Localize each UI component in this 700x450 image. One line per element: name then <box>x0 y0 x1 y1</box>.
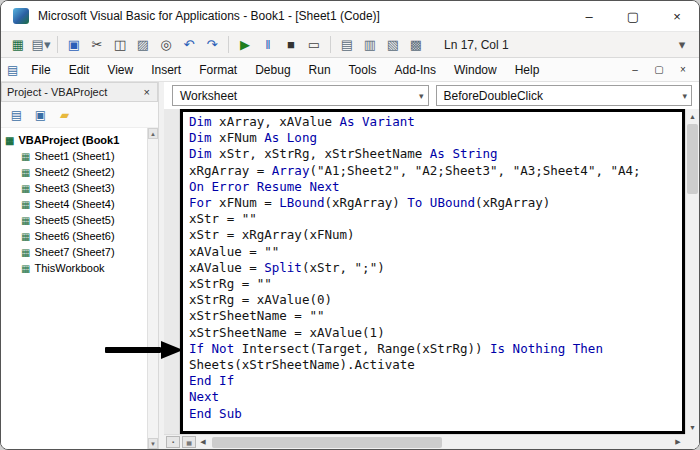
code-line: Dim xStr, xStrRg, xStrSheetName As Strin… <box>189 146 682 162</box>
scroll-up-icon[interactable]: ▲ <box>148 128 158 139</box>
code-line: Next <box>189 389 682 405</box>
menu-item-insert[interactable]: Insert <box>142 60 190 80</box>
child-window-controls: – ▢ × <box>623 60 695 80</box>
project-panel-toolbar: ▤▣▰ <box>1 102 158 128</box>
tree-item-label: ThisWorkbook <box>34 262 104 274</box>
main-area: Project - VBAProject × ▤▣▰ ▦VBAProject (… <box>1 82 699 449</box>
tree-root-item[interactable]: ▦VBAProject (Book1 <box>5 132 146 148</box>
horizontal-scroll-track[interactable] <box>210 435 671 449</box>
menu-item-debug[interactable]: Debug <box>246 60 299 80</box>
toolbar-separator <box>57 36 58 53</box>
insert-userform-icon[interactable]: ▤▾ <box>30 34 52 56</box>
procedure-dropdown-value: BeforeDoubleClick <box>444 89 543 103</box>
menu-item-file[interactable]: File <box>22 60 59 80</box>
horizontal-scroll-thumb[interactable] <box>212 437 442 448</box>
tree-item[interactable]: ▦Sheet1 (Sheet1) <box>5 148 146 164</box>
main-toolbar: ▦▤▾▣✂◫▨◎↶↷▶‖■▭▤▥▧▩ Ln 17, Col 1 ▾ <box>1 31 699 58</box>
menu-item-help[interactable]: Help <box>506 60 549 80</box>
project-panel-close-icon[interactable]: × <box>142 86 152 98</box>
code-line: xStr = "" <box>189 211 682 227</box>
code-line: xStrSheetName = xAValue(1) <box>189 325 682 341</box>
break-icon[interactable]: ‖ <box>257 34 279 56</box>
toolbox-icon[interactable]: ▩ <box>405 34 427 56</box>
maximize-button[interactable]: ▢ <box>611 1 655 31</box>
paste-icon[interactable]: ▨ <box>132 34 154 56</box>
child-restore-button[interactable]: ▢ <box>647 60 671 80</box>
code-region: Dim xArray, xAValue As VariantDim xFNum … <box>164 109 699 449</box>
menu-item-format[interactable]: Format <box>190 60 246 80</box>
reset-icon[interactable]: ■ <box>280 34 302 56</box>
menu-bar-items: FileEditViewInsertFormatDebugRunToolsAdd… <box>22 60 623 80</box>
tree-item[interactable]: ▦Sheet7 (Sheet7) <box>5 244 146 260</box>
menu-item-tools[interactable]: Tools <box>340 60 386 80</box>
full-module-view-button[interactable]: ▦ <box>182 436 196 448</box>
menu-item-window[interactable]: Window <box>445 60 506 80</box>
scroll-right-icon[interactable]: ▶ <box>671 435 685 449</box>
code-line: If Not Intersect(Target, Range(xStrRg)) … <box>189 341 682 357</box>
sheet-icon: ▦ <box>21 183 30 194</box>
cut-icon[interactable]: ✂ <box>86 34 108 56</box>
scroll-down-icon[interactable]: ▼ <box>686 420 699 434</box>
workbook-icon: ▦ <box>21 263 30 274</box>
undo-icon[interactable]: ↶ <box>178 34 200 56</box>
copy-icon[interactable]: ◫ <box>109 34 131 56</box>
design-mode-icon[interactable]: ▭ <box>303 34 325 56</box>
code-line: End If <box>189 373 682 389</box>
tree-item[interactable]: ▦Sheet2 (Sheet2) <box>5 164 146 180</box>
save-icon[interactable]: ▣ <box>63 34 85 56</box>
tree-item[interactable]: ▦Sheet5 (Sheet5) <box>5 212 146 228</box>
menu-item-run[interactable]: Run <box>300 60 340 80</box>
view-object-icon[interactable]: ▣ <box>30 105 51 125</box>
window-title: Microsoft Visual Basic for Applications … <box>38 9 567 23</box>
menu-item-addins[interactable]: Add-Ins <box>386 60 445 80</box>
project-tree-scrollbar[interactable]: ▲ ▼ <box>147 128 158 449</box>
code-margin-indicator-bar[interactable] <box>164 109 180 434</box>
find-icon[interactable]: ◎ <box>155 34 177 56</box>
tree-item-label: Sheet1 (Sheet1) <box>34 150 114 162</box>
tree-item[interactable]: ▦Sheet4 (Sheet4) <box>5 196 146 212</box>
code-editor[interactable]: Dim xArray, xAValue As VariantDim xFNum … <box>180 109 685 434</box>
code-line: xAValue = Split(xStr, ";") <box>189 260 682 276</box>
minimize-button[interactable]: – <box>567 1 611 31</box>
code-line: xStrRg = "" <box>189 276 682 292</box>
scroll-up-icon[interactable]: ▲ <box>686 109 699 123</box>
scrollbar-corner <box>685 434 699 449</box>
tree-item-label: Sheet6 (Sheet6) <box>34 230 114 242</box>
tree-item-label: Sheet4 (Sheet4) <box>34 198 114 210</box>
toggle-folders-icon[interactable]: ▰ <box>54 105 75 125</box>
procedure-view-button[interactable]: ▪ <box>166 436 180 448</box>
close-button[interactable]: × <box>655 1 699 31</box>
tree-item[interactable]: ▦Sheet6 (Sheet6) <box>5 228 146 244</box>
project-explorer-icon[interactable]: ▤ <box>336 34 358 56</box>
horizontal-scrollbar[interactable]: ▪ ▦ ◀ ▶ <box>164 434 685 449</box>
code-pane: Worksheet ▾ BeforeDoubleClick ▾ Dim xArr… <box>164 82 699 449</box>
toolbar-options-icon[interactable]: ▾ <box>671 34 693 56</box>
chevron-down-icon: ▾ <box>682 91 687 101</box>
sheet-icon: ▦ <box>21 247 30 258</box>
vertical-scrollbar[interactable]: ▲ ▼ <box>685 109 699 434</box>
code-combo-row: Worksheet ▾ BeforeDoubleClick ▾ <box>164 82 699 109</box>
object-browser-icon[interactable]: ▧ <box>382 34 404 56</box>
procedure-dropdown[interactable]: BeforeDoubleClick ▾ <box>436 85 693 106</box>
project-panel-header: Project - VBAProject × <box>1 82 158 102</box>
scroll-left-icon[interactable]: ◀ <box>196 435 210 449</box>
vertical-scroll-thumb[interactable] <box>687 124 698 194</box>
tree-item[interactable]: ▦Sheet3 (Sheet3) <box>5 180 146 196</box>
child-minimize-button[interactable]: – <box>623 60 647 80</box>
scroll-down-icon[interactable]: ▼ <box>148 438 158 449</box>
run-icon[interactable]: ▶ <box>234 34 256 56</box>
tree-item[interactable]: ▦ThisWorkbook <box>5 260 146 276</box>
redo-icon[interactable]: ↷ <box>201 34 223 56</box>
child-close-button[interactable]: × <box>671 60 695 80</box>
code-line: For xFNum = LBound(xRgArray) To UBound(x… <box>189 195 682 211</box>
properties-window-icon[interactable]: ▥ <box>359 34 381 56</box>
tree-item-label: Sheet2 (Sheet2) <box>34 166 114 178</box>
code-lines: Dim xArray, xAValue As VariantDim xFNum … <box>189 114 682 422</box>
object-dropdown[interactable]: Worksheet ▾ <box>172 85 429 106</box>
menu-item-view[interactable]: View <box>98 60 142 80</box>
view-code-icon[interactable]: ▤ <box>6 105 27 125</box>
sheet-icon: ▦ <box>21 231 30 242</box>
excel-view-icon[interactable]: ▦ <box>7 34 29 56</box>
menu-item-edit[interactable]: Edit <box>60 60 99 80</box>
main-toolbar-icons: ▦▤▾▣✂◫▨◎↶↷▶‖■▭▤▥▧▩ <box>7 34 427 56</box>
